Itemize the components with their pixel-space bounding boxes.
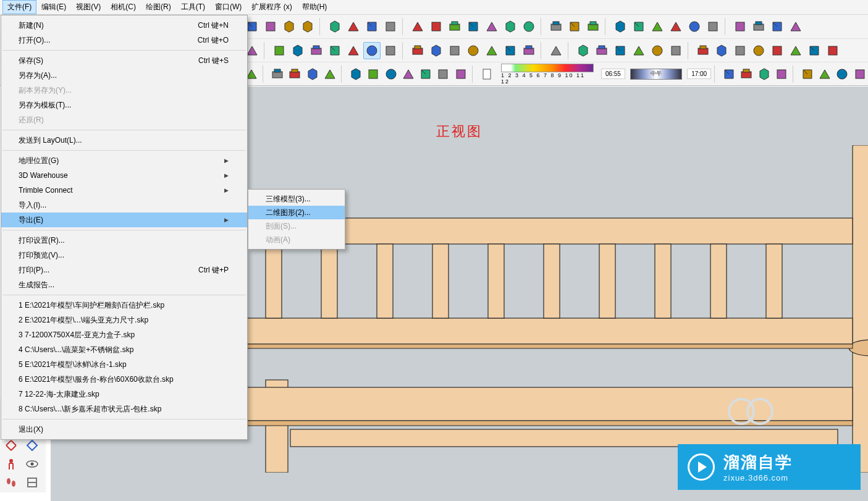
time-slider[interactable]: 中午 [630, 69, 682, 80]
poly7[interactable] [382, 42, 399, 59]
menu-edit[interactable]: 编辑(E) [36, 0, 71, 14]
cloud-icon[interactable] [787, 18, 804, 35]
file-menu-item[interactable]: 另存为(A)... [1, 68, 247, 83]
pen[interactable] [824, 42, 841, 59]
file-menu-item[interactable]: 新建(N)Ctrl 键+N [1, 18, 247, 33]
layer5[interactable] [649, 42, 666, 59]
file-menu-item[interactable]: 1 E:\2021年模型\车间护栏雕刻\百信护栏.skp [1, 298, 247, 313]
file-menu-item[interactable]: 5 E:\2021年模型\冰鲜\冰台-1.skp [1, 357, 247, 372]
time-color-scale[interactable] [501, 64, 594, 72]
export-submenu-item[interactable]: 三维模型(3)... [248, 192, 345, 206]
camera-icon[interactable] [409, 18, 426, 35]
file-menu-item[interactable]: 打印(P)...Ctrl 键+P [1, 263, 247, 277]
menu-draw[interactable]: 绘图(R) [141, 0, 176, 14]
file-menu-item[interactable]: 8 C:\Users\...\新乡嘉禾超市状元店-包柱.skp [1, 402, 247, 416]
nav-icon[interactable] [750, 18, 767, 35]
h6[interactable] [502, 42, 519, 59]
file-menu-item[interactable]: 打印设置(R)... [1, 233, 247, 248]
view-opt3[interactable] [756, 65, 772, 83]
footprints-icon[interactable] [1, 474, 21, 491]
menu-help[interactable]: 帮助(H) [297, 0, 332, 14]
stack-icon[interactable] [612, 18, 629, 35]
file-menu-item[interactable]: 3D Warehouse▶ [1, 168, 247, 183]
file-menu-item[interactable]: 4 C:\Users\...\蔬菜架+不锈钢盆.skp [1, 342, 247, 357]
cloud[interactable] [322, 65, 338, 83]
file-menu-item[interactable]: Trimble Connect▶ [1, 183, 247, 198]
dim5[interactable] [787, 42, 804, 59]
win1[interactable] [365, 65, 381, 83]
box2-icon[interactable] [345, 18, 362, 35]
h7[interactable] [520, 42, 537, 59]
cam5-icon[interactable] [502, 18, 519, 35]
layer6[interactable] [667, 42, 685, 59]
poly4[interactable] [326, 42, 343, 59]
win4[interactable] [418, 65, 434, 83]
menu-camera[interactable]: 相机(C) [106, 0, 141, 14]
box3-icon[interactable] [363, 18, 381, 35]
nosmoke-icon[interactable] [520, 18, 537, 35]
section-icon[interactable] [22, 474, 42, 491]
check-icon[interactable] [769, 18, 786, 35]
file-menu-item[interactable]: 6 E:\2021年模型\服务台-称台\60X60收款台.skp [1, 372, 247, 387]
s[interactable] [547, 42, 565, 59]
tea1[interactable] [287, 65, 303, 83]
poly1[interactable] [271, 42, 288, 59]
cam4-icon[interactable] [483, 18, 500, 35]
cup[interactable] [348, 65, 364, 83]
view-cube3[interactable] [834, 65, 850, 83]
poly3[interactable] [308, 42, 325, 59]
layer1[interactable] [575, 42, 592, 59]
file-menu-item[interactable]: 另存为模板(T)... [1, 98, 247, 112]
dim4[interactable] [750, 42, 767, 59]
poly5[interactable] [345, 42, 362, 59]
file-menu-item[interactable]: 2 E:\2021年模型\...\端头亚克力尺寸.skp [1, 313, 247, 327]
poly2[interactable] [289, 42, 306, 59]
win2[interactable] [382, 65, 398, 83]
layer2[interactable] [593, 42, 610, 59]
export-submenu-item[interactable]: 二维图形(2)... [248, 206, 345, 219]
file-menu-item[interactable]: 导入(I)... [1, 198, 247, 213]
view-cube1[interactable] [799, 65, 815, 83]
view-opt2[interactable] [738, 65, 754, 83]
sphere[interactable] [269, 65, 285, 83]
axis[interactable] [769, 42, 786, 59]
file-menu-item[interactable]: 地理位置(G)▶ [1, 153, 247, 168]
h2[interactable] [428, 42, 445, 59]
group1-icon[interactable] [566, 18, 583, 35]
box4-icon[interactable] [382, 18, 399, 35]
view-opt1[interactable] [721, 65, 737, 83]
h3[interactable] [446, 42, 463, 59]
h5[interactable] [483, 42, 500, 59]
menu-tools[interactable]: 工具(T) [176, 0, 210, 14]
group2-icon[interactable] [584, 18, 602, 35]
dim6[interactable] [806, 42, 823, 59]
arrow-icon[interactable] [547, 18, 565, 35]
layer4[interactable] [630, 42, 647, 59]
eye-icon[interactable] [22, 455, 42, 473]
dim3[interactable] [731, 42, 749, 59]
poly6[interactable] [363, 42, 381, 59]
page-icon[interactable] [479, 65, 495, 83]
lock[interactable] [435, 65, 451, 83]
file-menu-item[interactable]: 打开(O)...Ctrl 键+O [1, 33, 247, 48]
tag-icon[interactable] [280, 18, 298, 35]
h1[interactable] [409, 42, 426, 59]
h4[interactable] [465, 42, 482, 59]
menu-window[interactable]: 窗口(W) [210, 0, 246, 14]
view-cube2[interactable] [817, 65, 833, 83]
cube-icon[interactable] [731, 18, 749, 35]
tea2[interactable] [305, 65, 321, 83]
layer3[interactable] [612, 42, 629, 59]
person-icon[interactable] [1, 455, 21, 473]
dim2[interactable] [713, 42, 730, 59]
box1-icon[interactable] [326, 18, 343, 35]
terrain-icon[interactable] [262, 18, 279, 35]
file-menu-item[interactable]: 生成报告... [1, 277, 247, 292]
img3-icon[interactable] [686, 18, 703, 35]
view-opt4[interactable] [773, 65, 790, 83]
menu-extensions[interactable]: 扩展程序 (x) [246, 0, 297, 14]
file-menu-item[interactable]: 退出(X) [1, 422, 247, 437]
page[interactable] [453, 65, 469, 83]
file-menu-item[interactable]: 保存(S)Ctrl 键+S [1, 53, 247, 68]
file-menu-item[interactable]: 导出(E)▶ [1, 213, 247, 227]
